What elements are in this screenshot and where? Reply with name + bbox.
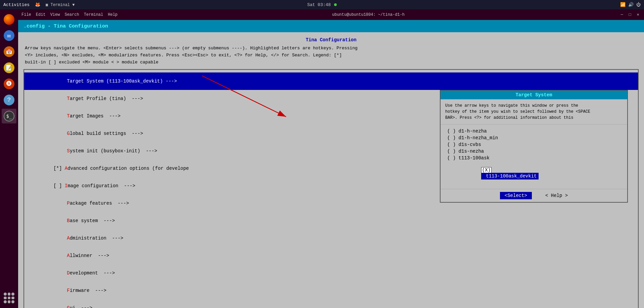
tina-heading-text: Tina Configuration — [306, 37, 356, 43]
popup-description: Use the arrow keys to navigate this wind… — [441, 99, 627, 124]
menu-item-gui[interactable]: Gui ---> — [24, 299, 638, 308]
menu-item-text: irmware ---> — [70, 288, 106, 293]
system-bar-center: Sat 03:48 — [307, 2, 337, 7]
terminal-titlebar: File Edit View Search Terminal Help ubun… — [18, 9, 644, 20]
popup-options: ( ) d1-h-nezha ( ) d1-h-nezha_min ( ) d1… — [441, 124, 627, 189]
menu-item-text: llwinner ---> — [70, 253, 109, 258]
menu-view[interactable]: View — [50, 12, 60, 17]
sidebar-icon-apps[interactable]: 🅐 — [2, 76, 16, 91]
calendar-icon: 📅 — [4, 46, 14, 57]
system-bar-left: Activities 🦊 ▣ Terminal ▼ — [3, 2, 75, 7]
terminal-window: File Edit View Search Terminal Help ubun… — [18, 9, 644, 308]
menu-area: Target System (t113-100ask_devkit) ---> … — [24, 69, 639, 308]
popup-option-d1s-nezha[interactable]: ( ) d1s-nezha — [447, 148, 620, 155]
window-controls: ─ □ ✕ — [619, 12, 641, 17]
popup-titlebar: Target System — [441, 91, 627, 99]
menu-item-firmware[interactable]: Firmware ---> — [24, 282, 638, 299]
menu-item-text: ackage features ---> — [70, 201, 129, 206]
system-bar-right: 📶 🔊 ⏻ — [620, 2, 641, 7]
first-char: T — [67, 113, 70, 119]
tina-config-heading: Tina Configuration — [18, 35, 644, 44]
sidebar-icon-calendar[interactable]: 📅 — [2, 44, 16, 59]
first-char: A — [67, 253, 70, 258]
minimize-button[interactable]: ─ — [619, 12, 625, 17]
popup-option-d1s-cvbs[interactable]: ( ) d1s-cvbs — [447, 141, 620, 148]
popup-option-d1h-nezha[interactable]: ( ) d1-h-nezha — [447, 128, 620, 135]
sidebar: ✉ 📅 📝 🅐 ? $_ — [0, 9, 18, 308]
menu-item-text: evelopment ---> — [70, 270, 115, 276]
sidebar-icon-help[interactable]: ? — [2, 93, 16, 107]
menu-item-text: [ ] Image configuration ---> — [53, 183, 135, 189]
first-char: G — [67, 305, 70, 308]
terminal-title: ubuntu@ubuntu1804: ~/tina-d1-h — [123, 12, 614, 17]
menu-item-allwinner[interactable]: Allwinner ---> — [24, 247, 638, 264]
notes-icon: 📝 — [4, 62, 14, 73]
popup-desc-text: Use the arrow keys to navigate this wind… — [445, 103, 590, 120]
terminal-icon: $_ — [4, 111, 14, 121]
help-icon: ? — [4, 95, 14, 105]
system-bar: Activities 🦊 ▣ Terminal ▼ Sat 03:48 📶 🔊 … — [0, 0, 644, 9]
menu-item-base-system[interactable]: Base system ---> — [24, 212, 638, 229]
status-dot — [334, 3, 337, 6]
maximize-button[interactable]: □ — [627, 12, 633, 17]
mail-icon: ✉ — [4, 30, 14, 41]
first-char: P — [67, 201, 70, 206]
menu-search[interactable]: Search — [64, 12, 79, 17]
apps-icon: 🅐 — [4, 79, 14, 89]
menu-item-text: arget Images ---> — [70, 113, 121, 119]
first-char: D — [67, 270, 70, 276]
menu-item-text: ui ---> — [70, 305, 92, 308]
menu-item-text: Target System (t113-100ask_devkit) ---> — [67, 79, 177, 84]
menu-item-text: [*] Advanced configuration options (for … — [53, 166, 189, 171]
menu-item-administration[interactable]: Administration ---> — [24, 229, 638, 247]
menu-terminal[interactable]: Terminal — [84, 12, 103, 17]
instruction-line3: built-in [ ] excluded <M> module < > mod… — [25, 59, 637, 66]
menu-item-text: ase system ---> — [70, 218, 115, 223]
first-char: B — [67, 218, 70, 223]
selected-indicator: (X) — [481, 167, 492, 173]
first-char: S — [67, 148, 70, 154]
menu-edit[interactable]: Edit — [36, 12, 46, 17]
popup-option-t113-100ask[interactable]: ( ) t113-100ask — [447, 155, 620, 161]
popup-select-button[interactable]: <Select> — [500, 192, 532, 199]
volume-icon: 🔊 — [628, 2, 634, 7]
popup-dialog: Target System Use the arrow keys to navi… — [440, 90, 628, 203]
instruction-line2: <Y> includes, <N> excludes, <M> modulari… — [25, 52, 637, 59]
terminal-menu: File Edit View Search Terminal Help — [21, 12, 118, 17]
grid-icon — [4, 293, 14, 303]
first-char: A — [67, 236, 70, 241]
instruction-line1: Arrow keys navigate the menu. <Enter> se… — [25, 45, 637, 52]
firefox-icon — [4, 14, 14, 25]
menu-item-development[interactable]: Development ---> — [24, 264, 638, 282]
terminal-body: Tina Configuration Arrow keys navigate t… — [18, 32, 644, 308]
menu-item-text: arget Profile (tina) ---> — [70, 96, 143, 101]
menu-item-text: lobal build settings ---> — [70, 131, 143, 136]
selected-option-text: t113-100ask_devkit — [481, 173, 539, 179]
activities-button[interactable]: Activities — [3, 2, 30, 7]
menu-help[interactable]: Help — [108, 12, 118, 17]
first-char: T — [67, 96, 70, 101]
config-title: .config - Tina Configuration — [24, 23, 108, 29]
config-titlebar: .config - Tina Configuration — [18, 20, 644, 32]
menu-item-target-system[interactable]: Target System (t113-100ask_devkit) ---> — [24, 72, 638, 90]
instructions: Arrow keys navigate the menu. <Enter> se… — [18, 44, 644, 67]
power-icon: ⏻ — [636, 2, 641, 7]
sidebar-icon-notes[interactable]: 📝 — [2, 60, 16, 75]
system-time: Sat 03:48 — [307, 2, 331, 7]
menu-item-text: ystem init (busybox-init) ---> — [70, 148, 157, 154]
firefox-icon: 🦊 — [35, 2, 40, 7]
sidebar-icon-terminal[interactable]: $_ — [2, 109, 16, 123]
popup-option-d1h-nezha-min[interactable]: ( ) d1-h-nezha_min — [447, 135, 620, 141]
terminal-indicator: ▣ Terminal ▼ — [46, 2, 75, 7]
popup-help-button[interactable]: < Help > — [545, 193, 568, 198]
close-button[interactable]: ✕ — [635, 12, 641, 17]
popup-option-t113-devkit[interactable]: (X) t113-100ask_devkit — [447, 161, 620, 186]
menu-item-text: dministration ---> — [70, 236, 124, 241]
sidebar-icon-grid[interactable] — [2, 291, 16, 305]
popup-bottom: <Select> < Help > — [441, 189, 627, 202]
menu-file[interactable]: File — [21, 12, 31, 17]
sidebar-icon-firefox[interactable] — [2, 12, 16, 27]
sidebar-icon-mail[interactable]: ✉ — [2, 28, 16, 43]
popup-title: Target System — [515, 92, 552, 98]
first-char: F — [67, 288, 70, 293]
